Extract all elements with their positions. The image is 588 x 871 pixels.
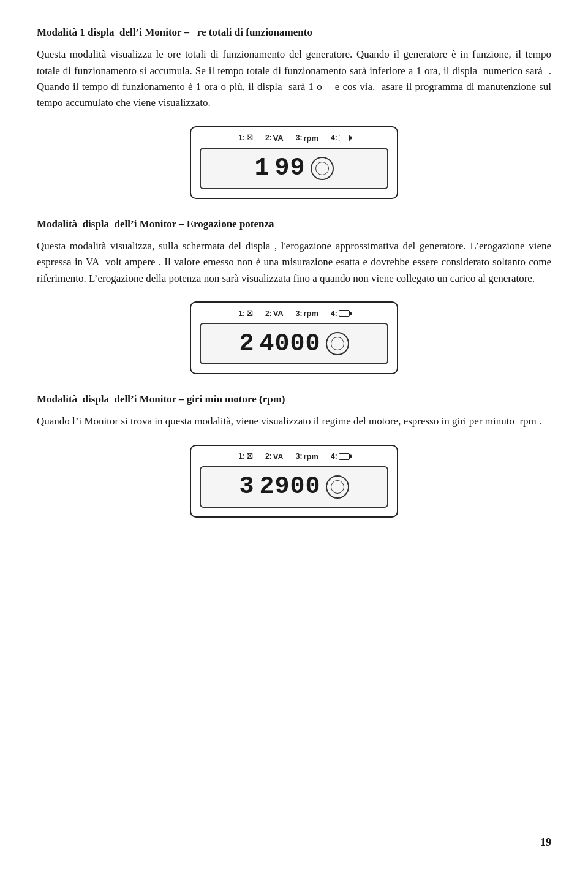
monitor-3: 1: ☒ 2: VA 3: rpm 4: 3 2900 — [190, 445, 398, 518]
mode-1: 1: ☒ — [238, 134, 253, 143]
circle-1 — [311, 157, 334, 180]
section3-title: Modalità displa dell’i Monitor – giri mi… — [37, 391, 551, 407]
mode-3-2: 2: VA — [265, 452, 284, 461]
circle-inner-3 — [331, 480, 344, 494]
display-value-right-3: 2900 — [260, 473, 321, 500]
mode-2-1: 1: ☒ — [238, 309, 253, 318]
display-figure-3: 1: ☒ 2: VA 3: rpm 4: 3 2900 — [37, 445, 551, 518]
circle-2 — [326, 332, 349, 355]
display-screen-1: 1 99 — [200, 148, 388, 189]
display-value-left-2: 2 — [239, 330, 254, 358]
monitor-2: 1: ☒ 2: VA 3: rpm 4: 2 4000 — [190, 301, 398, 374]
mode-indicators-2: 1: ☒ 2: VA 3: rpm 4: — [200, 309, 388, 318]
display-figure-2: 1: ☒ 2: VA 3: rpm 4: 2 4000 — [37, 301, 551, 374]
mode-3-4: 4: — [331, 452, 350, 461]
section3-para1: Quando l’i Monitor si trova in questa mo… — [37, 413, 551, 429]
display-figure-1: 1: ☒ 2: VA 3: rpm 4: 1 99 — [37, 126, 551, 199]
page-number: 19 — [540, 836, 551, 849]
section1-para1: Questa modalità visualizza le ore totali… — [37, 47, 551, 111]
circle-inner-2 — [331, 337, 344, 350]
display-value-right-2: 4000 — [260, 330, 321, 358]
display-screen-2: 2 4000 — [200, 323, 388, 364]
page-content: Modalità 1 displa dell’i Monitor – re to… — [37, 25, 551, 518]
monitor-1: 1: ☒ 2: VA 3: rpm 4: 1 99 — [190, 126, 398, 199]
circle-3 — [326, 475, 349, 499]
display-value-right-1: 99 — [275, 154, 306, 182]
mode-indicators-1: 1: ☒ 2: VA 3: rpm 4: — [200, 134, 388, 143]
mode-3-1: 1: ☒ — [238, 452, 253, 461]
section2-title: Modalità displa dell’i Monitor – Erogazi… — [37, 216, 551, 232]
mode-2: 2: VA — [265, 134, 284, 143]
mode-indicators-3: 1: ☒ 2: VA 3: rpm 4: — [200, 452, 388, 461]
mode-2-2: 2: VA — [265, 309, 284, 318]
mode-2-3: 3: rpm — [296, 309, 318, 318]
section1-title: Modalità 1 displa dell’i Monitor – re to… — [37, 25, 551, 40]
section2-para1: Questa modalità visualizza, sulla scherm… — [37, 238, 551, 287]
mode-3: 3: rpm — [296, 134, 318, 143]
display-value-left-3: 3 — [239, 473, 254, 500]
display-screen-3: 3 2900 — [200, 466, 388, 508]
mode-3-3: 3: rpm — [296, 452, 318, 461]
circle-inner-1 — [315, 162, 329, 175]
mode-4: 4: — [331, 134, 350, 143]
mode-2-4: 4: — [331, 309, 350, 318]
display-value-left-1: 1 — [254, 154, 270, 182]
